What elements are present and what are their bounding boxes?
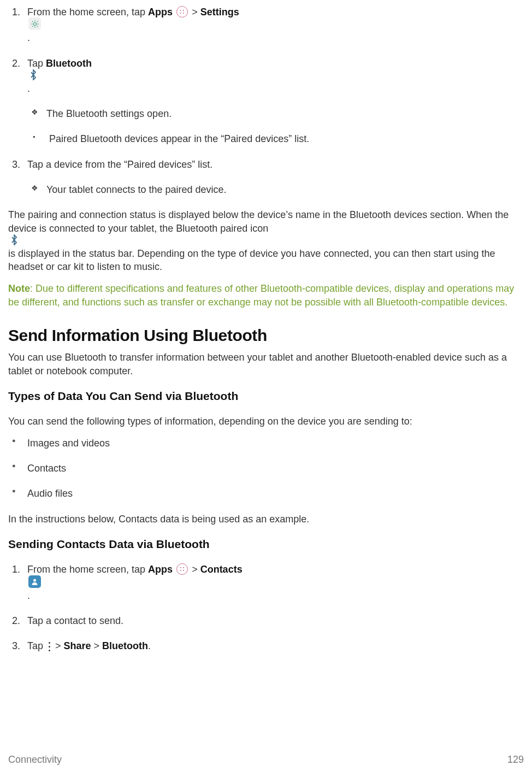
page-footer: Connectivity 129 [8, 753, 524, 766]
step-number: 3. [12, 639, 20, 652]
list-item: Contacts [27, 462, 524, 475]
apps-icon [176, 563, 188, 575]
step-text: > [91, 640, 103, 651]
step-text: > [189, 7, 200, 17]
footer-page-number: 129 [507, 753, 524, 766]
document-body: 1. From the home screen, tap Apps > Sett… [8, 5, 524, 652]
step-text: . [27, 590, 30, 601]
step-1: 1. From the home screen, tap Apps > Sett… [27, 5, 524, 45]
step-3: 3. Tap a device from the “Paired devices… [27, 158, 524, 197]
note-block: Note: Due to different specifications an… [8, 282, 524, 309]
step-b1: 1. From the home screen, tap Apps > Cont… [27, 563, 524, 602]
list-item: Audio files [27, 487, 524, 500]
step-text: . [27, 32, 30, 43]
bold-share: Share [64, 640, 91, 651]
step-text: From the home screen, tap [27, 564, 148, 575]
paragraph: In the instructions below, Contacts data… [8, 513, 524, 526]
bold-settings: Settings [200, 7, 239, 17]
sub-sub-list: Paired Bluetooth devices appear in the “… [27, 132, 524, 145]
subheading-sending: Sending Contacts Data via Bluetooth [8, 537, 524, 552]
step-text: > [52, 640, 64, 651]
step-text: Tap a contact to send. [27, 615, 123, 626]
apps-icon [176, 6, 188, 17]
svg-point-0 [33, 579, 36, 581]
ordered-list-connect: 1. From the home screen, tap Apps > Sett… [8, 5, 524, 196]
sub-item: The Bluetooth settings open. [46, 107, 524, 120]
sub-item: Your tablet connects to the paired devic… [46, 183, 524, 196]
paragraph: You can use Bluetooth to transfer inform… [8, 351, 524, 378]
step-text: Tap [27, 640, 46, 651]
step-text: . [148, 640, 151, 651]
step-number: 2. [12, 614, 20, 627]
step-text: > [189, 564, 200, 575]
settings-icon [28, 17, 41, 30]
step-number: 2. [12, 57, 20, 70]
list-item: Images and videos [27, 437, 524, 450]
bullet-list-types: Images and videos Contacts Audio files [8, 437, 524, 501]
paragraph: The pairing and connection status is dis… [8, 208, 524, 273]
step-number: 1. [12, 563, 20, 576]
subheading-types: Types of Data You Can Send via Bluetooth [8, 388, 524, 404]
bold-bluetooth: Bluetooth [102, 640, 148, 651]
step-number: 1. [12, 5, 20, 19]
step-text: Tap [27, 58, 46, 69]
sub-list: The Bluetooth settings open. [27, 107, 524, 120]
bold-apps: Apps [148, 7, 173, 17]
step-text: . [27, 83, 30, 94]
step-b2: 2. Tap a contact to send. [27, 614, 524, 627]
note-label: Note [8, 283, 30, 294]
bluetooth-icon [28, 69, 38, 81]
bold-apps: Apps [148, 564, 173, 575]
bluetooth-paired-icon [9, 234, 19, 246]
contacts-icon [28, 575, 41, 588]
ordered-list-send: 1. From the home screen, tap Apps > Cont… [8, 563, 524, 652]
step-number: 3. [12, 158, 20, 171]
step-text: Tap a device from the “Paired devices” l… [27, 159, 212, 170]
more-icon [47, 640, 51, 652]
paragraph: You can send the following types of info… [8, 415, 524, 428]
sub-item: Paired Bluetooth devices appear in the “… [49, 132, 524, 145]
text: is displayed in the status bar. Dependin… [8, 248, 495, 272]
heading-send-info: Send Information Using Bluetooth [8, 325, 524, 347]
text: The pairing and connection status is dis… [8, 209, 509, 233]
note-text: : Due to different specifications and fe… [8, 283, 514, 308]
step-2: 2. Tap Bluetooth . The Bluetooth setting… [27, 57, 524, 146]
bold-contacts: Contacts [200, 564, 243, 575]
sub-list: Your tablet connects to the paired devic… [27, 183, 524, 196]
bold-bluetooth: Bluetooth [46, 58, 92, 69]
footer-section: Connectivity [8, 753, 62, 766]
step-b3: 3. Tap > Share > Bluetooth. [27, 639, 524, 652]
step-text: From the home screen, tap [27, 7, 148, 17]
